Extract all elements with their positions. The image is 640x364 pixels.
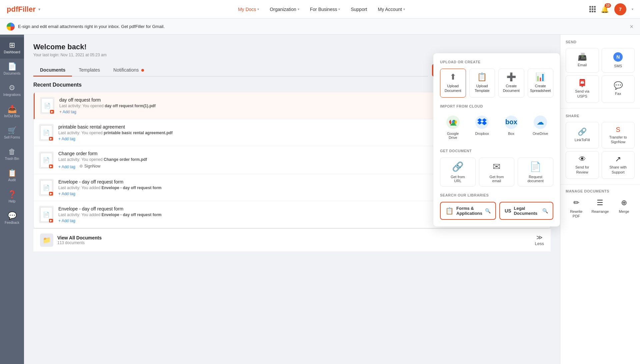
doc-badge: ▶ (50, 110, 54, 114)
create-doc-icon: ➕ (506, 73, 516, 81)
upload-template-icon: 📋 (477, 73, 487, 81)
sidebar-item-integrations[interactable]: ⚙ Integrations (0, 80, 24, 101)
avatar[interactable]: 7 (614, 3, 626, 15)
manage-section: MANAGE DOCUMENTS ✏ RewritePDF ☰ Rearrang… (560, 184, 640, 227)
view-all-info: View All Documents 113 documents (57, 235, 102, 245)
notarize-action[interactable]: N SMS (602, 48, 635, 73)
sidebar-item-help[interactable]: ❓ Help (0, 186, 24, 208)
nav-my-account[interactable]: My Account ▾ (373, 4, 410, 15)
tab-notifications-label: Notifications (113, 67, 139, 73)
dashboard-icon: ⊞ (9, 42, 15, 49)
nav-support[interactable]: Support (346, 4, 372, 15)
signnow-icon: S (616, 126, 620, 133)
sms-action[interactable]: 💬 Fax (602, 75, 635, 103)
share-support-action[interactable]: ↗ Share withSupport (602, 151, 635, 179)
nav-right: 🔔 10 7 ▾ (589, 3, 633, 15)
doc-thumbnail: 📄 ▶ (39, 152, 54, 169)
transfer-signnow-label: Transfer toSignNow (609, 135, 627, 145)
get-email-label: Get fromemail (490, 175, 504, 183)
tab-templates[interactable]: Templates (72, 64, 107, 76)
forms-apps-item[interactable]: 📋 Forms &Applications 🔍 (440, 202, 496, 220)
avatar-initials: 7 (619, 7, 622, 12)
onedrive-item[interactable]: ☁ OneDrive (528, 113, 554, 142)
sidebar-inout-label: In/Out Box (4, 114, 20, 118)
apps-grid-icon[interactable] (589, 6, 595, 12)
box-icon: box (505, 116, 518, 129)
forms-apps-icon: 📋 (445, 207, 454, 215)
doc-add-tag[interactable]: + Add tag (58, 137, 75, 141)
upload-create-grid: ⬆ UploadDocument 📋 UploadTemplate ➕ Crea… (440, 69, 553, 98)
request-document-item[interactable]: 📄 Requestdocument (518, 158, 553, 186)
create-doc-label: CreateDocument (503, 84, 520, 93)
legal-docs-item[interactable]: US LegalDocuments 🔍 (499, 202, 553, 220)
doc-add-tag[interactable]: + Add tag (58, 191, 75, 196)
chrome-icon (7, 23, 15, 31)
google-drive-item[interactable]: GoogleDrive (440, 113, 466, 142)
google-drive-icon (446, 116, 460, 129)
send-usps-action[interactable]: 📮 Send viaUSPS (566, 75, 599, 103)
forms-search-icon[interactable]: 🔍 (485, 208, 491, 213)
nav-organization[interactable]: Organization ▾ (265, 4, 304, 15)
notarize-icon: N (613, 52, 623, 62)
doc-thumbnail: 📄 ▶ (39, 206, 54, 223)
send-section: SEND 📠 Email N SMS 📮 Send viaUSPS 💬 Fax (560, 35, 640, 109)
doc-add-tag[interactable]: + Add tag (58, 218, 75, 223)
doc-add-tag[interactable]: + Add tag (59, 110, 76, 114)
sidebar-item-audit[interactable]: 📋 Audit (0, 165, 24, 186)
sidebar-item-feedback[interactable]: 💬 Feedback (0, 208, 24, 229)
rearrange-action[interactable]: ☰ Rearrange (590, 196, 611, 221)
merge-action[interactable]: ⊕ Merge (613, 196, 635, 221)
signnow-badge: ⚙ SignNow (79, 164, 100, 169)
doc-thumbnail: 📄 ▶ (39, 179, 54, 196)
link-to-fill-action[interactable]: 🔗 LinkToFill (566, 122, 599, 149)
tab-notifications[interactable]: Notifications (107, 64, 151, 76)
send-usps-label: Send viaUSPS (575, 89, 589, 99)
merge-label: Merge (619, 209, 629, 214)
url-icon: 🔗 (452, 161, 464, 172)
doc-badge: ▶ (49, 165, 53, 168)
doc-badge: ▶ (49, 137, 53, 141)
send-grid: 📠 Email N SMS 📮 Send viaUSPS 💬 Fax (566, 48, 635, 103)
sidebar-item-dashboard[interactable]: ⊞ Dashboard (0, 37, 24, 59)
create-spreadsheet-item[interactable]: 📊 CreateSpreadsheet (528, 69, 554, 98)
doc-add-tag[interactable]: + Add tag (58, 165, 75, 169)
send-review-label: Send forReview (575, 165, 589, 175)
share-grid: 🔗 LinkToFill S Transfer toSignNow 👁 Send… (566, 122, 635, 179)
get-from-url-item[interactable]: 🔗 Get fromURL (440, 158, 476, 186)
sidebar-item-inout-box[interactable]: 📥 In/Out Box (0, 101, 24, 123)
feedback-icon: 💬 (8, 212, 17, 219)
sidebar-item-trash-bin[interactable]: 🗑 Trash Bin (0, 144, 24, 165)
sidebar-item-documents[interactable]: 📄 Documents (0, 59, 24, 80)
fax-icon: 📠 (578, 53, 587, 61)
legal-search-icon[interactable]: 🔍 (542, 208, 548, 213)
transfer-signnow-action[interactable]: S Transfer toSignNow (602, 122, 635, 149)
nav-for-business[interactable]: For Business ▾ (305, 4, 345, 15)
tab-documents[interactable]: Documents (33, 64, 72, 76)
upload-document-item[interactable]: ⬆ UploadDocument (440, 69, 466, 98)
dropbox-label: Dropbox (475, 132, 489, 136)
notifications-button[interactable]: 🔔 10 (601, 5, 609, 13)
dropbox-item[interactable]: Dropbox (469, 113, 495, 142)
banner-close-button[interactable]: × (630, 24, 633, 30)
send-review-action[interactable]: 👁 Send forReview (566, 151, 599, 179)
rewrite-pdf-action[interactable]: ✏ RewritePDF (566, 196, 587, 221)
upload-doc-icon: ⬆ (450, 73, 456, 81)
link-icon: 🔗 (578, 128, 587, 136)
upload-create-title: UPLOAD OR CREATE (440, 60, 553, 64)
legal-docs-icon: US (505, 208, 511, 213)
upload-template-item[interactable]: 📋 UploadTemplate (469, 69, 495, 98)
box-label: Box (508, 132, 514, 136)
fax-action[interactable]: 📠 Email (566, 48, 599, 73)
sidebar-item-sell-forms[interactable]: 🛒 Sell Forms (0, 123, 24, 144)
legal-docs-label: LegalDocuments (514, 206, 540, 216)
manage-grid: ✏ RewritePDF ☰ Rearrange ⊕ Merge (560, 196, 640, 227)
view-all-label[interactable]: View All Documents (57, 235, 102, 240)
less-button[interactable]: ≫ Less (535, 234, 544, 246)
get-from-email-item[interactable]: ✉ Get fromemail (479, 158, 515, 186)
box-item[interactable]: box Box (498, 113, 524, 142)
create-document-item[interactable]: ➕ CreateDocument (498, 69, 524, 98)
logo[interactable]: pdfFiller ▾ (7, 5, 40, 14)
request-doc-icon: 📄 (530, 161, 541, 172)
nav-my-docs[interactable]: My Docs ▾ (233, 4, 264, 15)
sidebar: ⊞ Dashboard 📄 Documents ⚙ Integrations 📥… (0, 35, 24, 364)
